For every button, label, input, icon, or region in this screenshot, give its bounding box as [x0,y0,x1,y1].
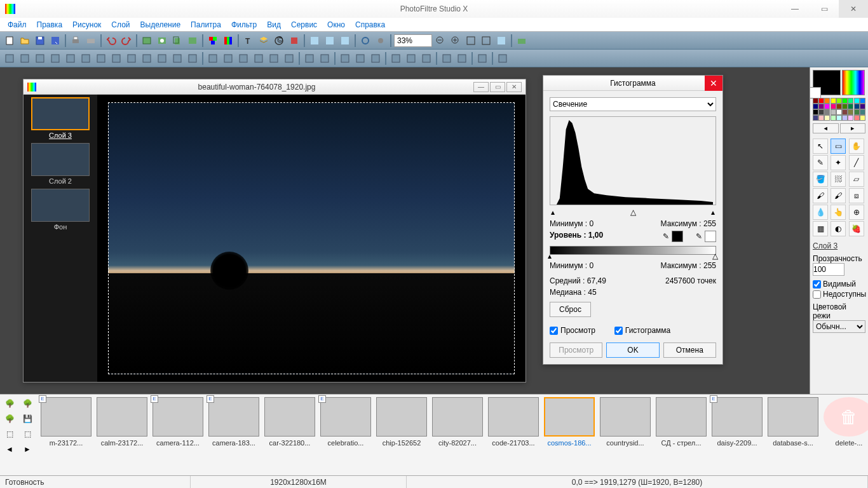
redo-button[interactable] [119,34,133,48]
palette-swatch[interactable] [831,98,836,104]
brush2-tool[interactable]: 🖌 [831,188,846,203]
menu-вид[interactable]: Вид [262,20,286,29]
grid-button[interactable] [206,51,220,65]
palette-swatch[interactable] [848,98,853,104]
histogram-close-button[interactable]: ✕ [705,76,722,91]
gradient-button[interactable] [440,51,454,65]
grid2-button[interactable] [221,51,235,65]
colormode-select[interactable]: Обычн... [813,320,865,333]
hand-tool[interactable]: ✋ [849,139,864,154]
doc-close-button[interactable]: ✕ [506,82,522,92]
fs-tool-folder-icon[interactable]: 🌳 [20,397,34,410]
fs-tool-selall-icon[interactable]: ⬚ [20,428,34,440]
histogram-channel-select[interactable]: Свечение [550,97,716,111]
palette-swatch[interactable] [836,115,842,121]
palette-swatch[interactable] [818,98,824,104]
rgb-button[interactable] [206,34,220,48]
color-palette[interactable] [813,98,865,121]
black-point-swatch[interactable] [672,231,683,242]
zoom-input[interactable] [394,34,432,47]
copy-button[interactable] [170,34,184,48]
menu-слой[interactable]: Слой [106,20,135,29]
menu-выделение[interactable]: Выделение [135,20,186,29]
text-button[interactable]: T [241,34,255,48]
palette-swatch[interactable] [854,98,860,104]
smudge-tool[interactable]: 👆 [831,205,846,220]
filmstrip-item[interactable]: countrysid... [600,397,651,473]
shape-tool[interactable]: ▦ [813,221,828,236]
art-button[interactable] [419,51,433,65]
reset-button[interactable]: Сброс [550,302,591,317]
new-button[interactable] [3,34,17,48]
zoom-actual-button[interactable] [479,34,493,48]
old-button[interactable] [496,51,510,65]
save-as-button[interactable] [48,34,62,48]
palette-swatch[interactable] [848,115,853,121]
relief-button[interactable] [302,51,316,65]
filter-b-button[interactable] [323,34,337,48]
layer-manager-button[interactable] [257,34,271,48]
line-tool[interactable]: ╱ [849,155,864,170]
eyedropper-black-icon[interactable]: ✎ [663,232,669,241]
filmstrip-item[interactable]: car-322180... [264,397,315,473]
spray-tool[interactable]: ⛆ [831,172,846,187]
deform-tool[interactable]: 🍓 [849,221,864,236]
doc-minimize-button[interactable]: — [473,82,489,92]
gray-button[interactable] [125,51,139,65]
spectrum-button[interactable] [404,51,418,65]
fs-tool-next-icon[interactable]: ► [20,443,34,456]
palette-swatch[interactable] [842,115,848,121]
palette-swatch[interactable] [848,109,853,115]
soften-button[interactable] [282,51,296,65]
filmstrip-item[interactable]: Em-23172... [41,397,92,473]
palette-swatch[interactable] [824,115,830,121]
palette-swatch[interactable] [813,109,818,115]
pointer-tool[interactable]: ↖ [813,139,828,154]
filmstrip-item[interactable]: СД - стрел... [656,397,707,473]
palette-swatch[interactable] [860,104,865,109]
settings-button[interactable] [374,34,388,48]
ok-button[interactable]: OK [606,342,659,358]
fs-tool-save-icon[interactable]: 💾 [20,412,34,425]
palette-swatch[interactable] [842,104,848,109]
wand-tool[interactable]: ✦ [831,155,846,170]
layer-thumb[interactable]: Слой 2 [26,143,95,185]
filmstrip-item[interactable]: database-s... [768,397,818,473]
zoom-out-button[interactable] [433,34,447,48]
palette-swatch[interactable] [831,115,836,121]
fullscreen-button[interactable] [494,34,508,48]
layer-thumb[interactable]: Слой 3 [26,97,95,139]
menu-правка[interactable]: Правка [32,20,68,29]
doc-maximize-button[interactable]: ▭ [490,82,505,92]
palette-swatch[interactable] [818,115,824,121]
blur-tool[interactable]: 💧 [813,205,828,220]
color-gradient-picker[interactable] [842,70,865,95]
filmstrip-item[interactable]: 🗑delete-... [824,397,868,473]
foreground-color[interactable] [813,70,841,95]
open-button[interactable] [18,34,32,48]
opacity-input[interactable] [813,263,844,276]
preview-button[interactable]: Просмотр [550,342,602,358]
close-button[interactable]: ✕ [839,0,868,18]
palette-swatch[interactable] [836,104,842,109]
clone-tool[interactable]: ⊕ [849,205,864,220]
cancel-button[interactable]: Отмена [663,342,716,358]
filmstrip-item[interactable]: city-82027... [432,397,483,473]
menu-фильтр[interactable]: Фильтр [226,20,262,29]
bucket-tool[interactable]: 🪣 [813,172,828,187]
fs-tool-select-icon[interactable]: ⬚ [3,428,17,440]
canvas[interactable] [108,102,515,374]
palette-swatch[interactable] [831,109,836,115]
brightness-button[interactable] [3,51,17,65]
canvas-area[interactable] [97,95,526,382]
zoom-in-button[interactable] [449,34,463,48]
dust2-button[interactable] [252,51,266,65]
palette-swatch[interactable] [818,104,824,109]
scan-button[interactable] [84,34,98,48]
eraser-tool[interactable]: ▱ [849,172,864,187]
preview-checkbox[interactable]: Просмотр [550,326,595,335]
palette-swatch[interactable] [813,104,818,109]
palette-swatch[interactable] [854,104,860,109]
drop-button[interactable] [338,51,352,65]
copyright-button[interactable]: © [272,34,286,48]
